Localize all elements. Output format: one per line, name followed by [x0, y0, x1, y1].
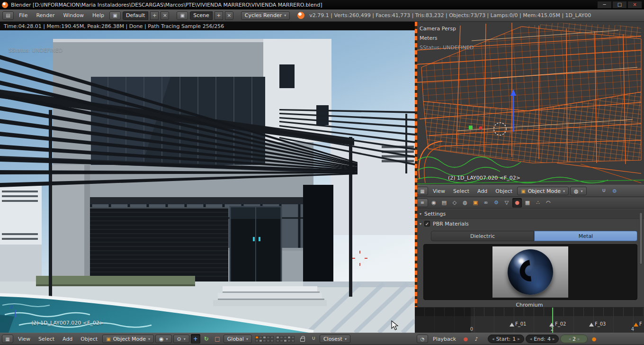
wireframe-viewport[interactable]: Camera Persp Meters SStatus: UNDEFINED (…: [415, 22, 644, 185]
viewport-shading-select[interactable]: ◉ ▾: [155, 335, 172, 343]
pbr-materials-checkbox[interactable]: ✓: [424, 221, 430, 227]
frame-end-field[interactable]: ◂ End: 4 ▸: [526, 335, 559, 343]
timeline-marker[interactable]: F_03: [589, 323, 594, 327]
properties-panel: ▾ Settings ▾ ✓ PBR Materials Dielectric …: [415, 209, 644, 307]
props-tab-texture-icon[interactable]: ▦: [523, 198, 532, 208]
decrement-icon[interactable]: ◂: [568, 336, 571, 341]
props-tab-physics-icon[interactable]: ◠: [544, 198, 553, 208]
tab-metal[interactable]: Metal: [534, 231, 637, 241]
timeline-menu-playback[interactable]: Playback: [429, 336, 459, 342]
timeline-marker-clipped[interactable]: F: [634, 323, 638, 327]
menu-file[interactable]: File: [16, 12, 31, 18]
lock-to-scene-icon[interactable]: [298, 334, 307, 344]
orientation-value: Global: [227, 336, 244, 342]
wire-menu-view[interactable]: View: [429, 188, 448, 194]
scene-field[interactable]: Scene: [190, 11, 213, 20]
rendered-house-image: [0, 30, 415, 333]
menu-help[interactable]: Help: [89, 12, 107, 18]
properties-scrollbar[interactable]: [639, 212, 643, 264]
wire-menu-select[interactable]: Select: [450, 188, 473, 194]
editor-type-properties-icon[interactable]: ≡: [417, 199, 428, 207]
props-tab-render-layers-icon[interactable]: ▤: [439, 198, 449, 208]
increment-icon[interactable]: ▸: [553, 336, 555, 341]
pbr-materials-row: ▾ ✓ PBR Materials: [415, 219, 644, 228]
panel-arrow-icon: ▾: [420, 222, 421, 226]
close-button[interactable]: ×: [627, 1, 642, 9]
editor-type-timeline-icon[interactable]: ◔: [417, 335, 428, 343]
autokey-record-icon[interactable]: ●: [589, 334, 599, 344]
editor-type-3dview-icon[interactable]: ▦: [417, 187, 428, 195]
scene-add-button[interactable]: +: [215, 11, 223, 20]
props-tab-modifiers-icon[interactable]: ⚙: [492, 198, 501, 208]
decrement-icon[interactable]: ◂: [530, 336, 532, 341]
props-tab-data-icon[interactable]: ▽: [502, 198, 511, 208]
frame-start-field[interactable]: ◂ Start: 1 ▸: [488, 335, 524, 343]
marker-icon: [589, 323, 594, 327]
object-mode-icon: ▣: [521, 189, 525, 194]
origin-green-dot: [469, 126, 473, 129]
end-value: 4: [547, 336, 551, 342]
pbr-materials-label: PBR Materials: [433, 221, 469, 227]
scene-browse-icon[interactable]: ▣: [177, 11, 188, 20]
menu-window[interactable]: Window: [60, 12, 87, 18]
wire-menu-object[interactable]: Object: [492, 188, 516, 194]
increment-icon[interactable]: ▸: [578, 336, 580, 341]
increment-icon[interactable]: ▸: [518, 336, 520, 341]
mode-select[interactable]: ▣ Object Mode ▾: [102, 335, 154, 343]
transform-orientation-select[interactable]: Global ▾: [224, 335, 252, 343]
blender-window: Blender [D:\INFORMACION\Maria Instalador…: [0, 0, 644, 345]
props-tab-scene-icon[interactable]: ◇: [450, 198, 459, 208]
props-tab-material-icon[interactable]: ●: [512, 198, 522, 208]
view3d-menu-view[interactable]: View: [15, 336, 34, 342]
editor-type-3dview-icon[interactable]: ▦: [2, 335, 13, 343]
maximize-button[interactable]: □: [612, 1, 627, 9]
main-area: Time:04:28.01 | Mem:190.45M, Peak:286.38…: [0, 22, 644, 345]
decrement-icon[interactable]: ◂: [492, 336, 494, 341]
wire-menu-add[interactable]: Add: [474, 188, 491, 194]
snap-magnet-icon[interactable]: ∩: [309, 334, 318, 344]
wrench-icon[interactable]: ⚙: [610, 186, 619, 196]
record-icon[interactable]: ●: [461, 334, 470, 344]
render-viewport[interactable]: SStatus: UNDEFINED (2) 1D_LAY007.020 <F_…: [0, 30, 415, 333]
scene-delete-button[interactable]: ×: [225, 11, 233, 20]
props-tab-constraints-icon[interactable]: ∞: [481, 198, 491, 208]
menu-render[interactable]: Render: [33, 12, 58, 18]
props-tab-object-icon[interactable]: ▣: [471, 198, 480, 208]
view3d-menu-object[interactable]: Object: [77, 336, 101, 342]
view3d-menu-select[interactable]: Select: [35, 336, 58, 342]
layers-widget[interactable]: [255, 336, 295, 342]
props-tab-particles-icon[interactable]: ∴: [533, 198, 543, 208]
axis-z-label: z: [10, 304, 13, 309]
snap-target-select[interactable]: Closest ▾: [320, 335, 350, 343]
view3d-menu-add[interactable]: Add: [59, 336, 76, 342]
render-engine-select[interactable]: Cycles Render ▾: [241, 11, 290, 20]
tab-dielectric[interactable]: Dielectric: [431, 231, 534, 241]
marker-label: F_02: [555, 321, 566, 327]
marker-icon: [549, 323, 554, 327]
editor-type-info-icon[interactable]: ▤: [2, 11, 14, 20]
wire-shading-select[interactable]: ◍ ▾: [570, 187, 587, 195]
minimize-button[interactable]: ─: [597, 1, 612, 9]
marker-label: F_03: [595, 321, 606, 327]
frame-tick: 4: [631, 327, 634, 332]
screen-layout-delete-button[interactable]: ×: [161, 11, 169, 20]
material-preview[interactable]: [423, 244, 637, 300]
wire-mode-select[interactable]: ▣ Object Mode ▾: [517, 187, 569, 195]
audio-sync-icon[interactable]: ♪: [472, 334, 481, 344]
manipulator-rotate-icon[interactable]: ↻: [202, 334, 211, 344]
screen-layout-field[interactable]: Default: [123, 11, 148, 20]
timeline-marker[interactable]: F_02: [549, 323, 554, 327]
manipulator-translate-icon[interactable]: +: [191, 334, 200, 344]
props-tab-world-icon[interactable]: ◍: [460, 198, 470, 208]
camera-view-icon[interactable]: [588, 186, 598, 196]
timeline-marker[interactable]: F_01: [510, 323, 514, 327]
pivot-select[interactable]: ⊙ ▾: [173, 335, 189, 343]
settings-panel-header[interactable]: ▾ Settings: [415, 209, 644, 219]
timeline-ruler[interactable]: 0 2 4 F_01 F_02 F_03 F: [415, 307, 644, 333]
screen-layout-browse-icon[interactable]: ▣: [109, 11, 121, 20]
snap-magnet-icon[interactable]: ∩: [599, 186, 608, 196]
manipulator-scale-icon[interactable]: □: [213, 334, 222, 344]
props-tab-render-icon[interactable]: ◉: [429, 198, 438, 208]
screen-layout-add-button[interactable]: +: [150, 11, 159, 20]
current-frame-field[interactable]: ◂ 2 ▸: [560, 335, 588, 343]
